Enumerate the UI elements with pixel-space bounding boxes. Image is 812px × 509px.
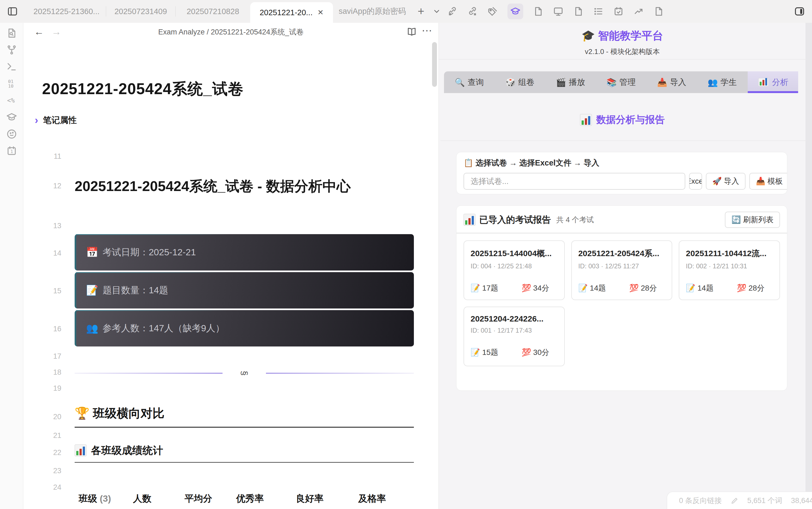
section-divider — [440, 140, 806, 141]
report-score: 💯 28分 — [737, 283, 765, 293]
teaching-platform-icon[interactable] — [508, 3, 523, 19]
report-card-3[interactable]: 20251211-104412流... ID: 002 · 12/21 10:3… — [679, 240, 780, 300]
tab-analysis-active[interactable]: 分析 — [748, 71, 798, 93]
backlinks-count[interactable]: 0 条反向链接 — [679, 496, 722, 506]
tags-icon[interactable] — [487, 6, 498, 16]
svg-text:1: 1 — [10, 149, 13, 154]
memo-emoji-icon: 📝 — [86, 284, 98, 296]
left-sidebar-toggle-icon[interactable] — [7, 6, 18, 17]
document-body: 20251221-205424系统_试卷 › 笔记属性 11 12 13 14 … — [23, 41, 439, 509]
smiley-icon[interactable] — [6, 129, 17, 139]
books-emoji-icon: 📚 — [607, 78, 617, 87]
tab-label: 202507231409 — [114, 7, 167, 16]
report-questions: 📝 14题 — [686, 283, 713, 293]
heading-label: 各班级成绩统计 — [91, 444, 163, 457]
note-properties-toggle[interactable]: › 笔记属性 — [35, 114, 77, 126]
right-sidebar-toggle-icon[interactable] — [794, 6, 805, 17]
editor-header: ← → Exam Analyze / 20251221-205424系统_试卷 … — [23, 23, 439, 41]
new-tab-button[interactable]: + — [412, 0, 431, 23]
daily-note-calendar-icon[interactable]: 1 — [6, 145, 17, 156]
report-title: 20251215-144004概... — [471, 248, 558, 259]
report-stats: 📝 15题 💯 30分 — [471, 347, 558, 358]
reading-view-book-icon[interactable] — [407, 27, 417, 37]
exam-select-input[interactable] — [464, 173, 685, 190]
question-count-text: 题目数量：14题 — [103, 284, 168, 297]
link-outgoing-icon[interactable] — [467, 6, 478, 16]
tab-import[interactable]: 📥导入 — [646, 71, 697, 93]
panel-scrollbar[interactable] — [806, 23, 812, 509]
file-icon[interactable] — [653, 6, 664, 16]
select-excel-button[interactable]: 选择Excel文件 — [689, 173, 702, 190]
tab-compose[interactable]: 🎲组卷 — [495, 71, 545, 93]
header-divider — [439, 59, 806, 60]
section-h1-heading[interactable]: 20251221-205424系统_试卷 - 数据分析中心 — [75, 175, 414, 197]
file-icon[interactable] — [533, 6, 543, 16]
report-card-2[interactable]: 20251221-205424系... ID: 003 · 12/25 11:2… — [571, 240, 673, 300]
terminal-icon[interactable] — [6, 61, 17, 72]
tab-label: saviApp的原始密码 — [339, 6, 406, 17]
line-number: 19 — [23, 384, 61, 393]
edit-pencil-icon[interactable] — [731, 497, 739, 505]
file-icon[interactable] — [573, 6, 583, 16]
status-bar: 0 条反向链接 5,651 个词 38,644 个字符 — [667, 491, 812, 509]
tab-students[interactable]: 👥学生 — [697, 71, 747, 93]
report-questions: 📝 14题 — [578, 283, 606, 293]
horizontal-rule: § — [75, 368, 414, 378]
score-table-header: 班级 (3) 人数 平均分 优秀率(≥90%) 良好率(≥80%) 及格率(≥6… — [75, 491, 414, 509]
binary-icon[interactable]: 0110 — [6, 78, 17, 89]
tab-3[interactable]: 202507210828 — [176, 0, 250, 23]
bar-chart-icon — [75, 444, 87, 456]
template-icon[interactable]: <% — [6, 95, 17, 106]
tab-5[interactable]: saviApp的原始密码 — [333, 0, 412, 23]
panel-header: 🎓 智能教学平台 v2.1.0 - 模块化架构版本 — [439, 28, 806, 57]
import-exam-card: 📋 选择试卷 → 选择Excel文件 → 导入 选择Excel文件 🚀 导入 📥… — [456, 152, 787, 194]
teaching-platform-panel: 🎓 智能教学平台 v2.1.0 - 模块化架构版本 🔍查询 🎲组卷 🎬播放 📚管… — [439, 23, 812, 509]
more-options-icon[interactable]: ⋯ — [422, 25, 432, 36]
word-count[interactable]: 5,651 个词 — [747, 496, 782, 506]
line-number: 17 — [23, 352, 61, 361]
tab-4-active[interactable]: 20251221-20... ✕ — [250, 2, 333, 23]
report-stats: 📝 14题 💯 28分 — [686, 283, 773, 293]
tab-1[interactable]: 20251225-21360... — [27, 0, 106, 23]
section-glyph: § — [239, 204, 249, 509]
presentation-icon[interactable] — [553, 6, 564, 16]
trend-up-icon[interactable] — [634, 6, 644, 16]
left-icon-rail: 0110 <% 1 — [0, 23, 23, 509]
app-title: 🎓 智能教学平台 — [439, 28, 806, 43]
outline-list-icon[interactable] — [593, 6, 604, 16]
report-title: 20251204-224226... — [471, 314, 558, 324]
table-col-excellent: 优秀率(≥90%) — [236, 491, 296, 509]
tab-play[interactable]: 🎬播放 — [545, 71, 596, 93]
active-tab-underline — [748, 91, 798, 93]
tab-list-chevron-icon[interactable] — [431, 0, 443, 23]
refresh-list-button[interactable]: 🔄 刷新列表 — [725, 212, 780, 228]
table-col-good: 良好率(≥80%) — [296, 491, 358, 509]
tab-manage[interactable]: 📚管理 — [596, 71, 646, 93]
class-score-stats-heading[interactable]: 各班级成绩统计 — [75, 444, 414, 463]
graduation-cap-icon[interactable] — [6, 112, 17, 123]
import-button[interactable]: 🚀 导入 — [706, 173, 746, 190]
report-card-1[interactable]: 20251215-144004概... ID: 004 · 12/25 21:4… — [464, 240, 565, 300]
import-controls: 选择Excel文件 🚀 导入 📥 模板 — [464, 173, 780, 190]
tab-2[interactable]: 202507231409 — [106, 0, 175, 23]
file-search-icon[interactable] — [6, 28, 17, 38]
tab-close-icon[interactable]: ✕ — [317, 8, 324, 17]
graph-fork-icon[interactable] — [6, 44, 17, 55]
reports-title: 已导入的考试报告 — [479, 214, 551, 226]
report-title: 20251211-104412流... — [686, 248, 773, 259]
class-comparison-heading[interactable]: 🏆 班级横向对比 — [75, 406, 414, 428]
breadcrumb[interactable]: Exam Analyze / 20251221-205424系统_试卷 — [23, 27, 439, 37]
inline-title[interactable]: 20251221-205424系统_试卷 — [42, 79, 244, 100]
char-count[interactable]: 38,644 个字符 — [791, 496, 812, 506]
search-emoji-icon: 🔍 — [454, 78, 465, 87]
calendar-emoji-icon: 📅 — [86, 247, 98, 258]
template-button[interactable]: 📥 模板 — [749, 173, 787, 190]
tasks-calendar-icon[interactable] — [613, 6, 624, 16]
tab-query[interactable]: 🔍查询 — [444, 71, 495, 93]
line-number: 16 — [23, 325, 61, 333]
report-card-4[interactable]: 20251204-224226... ID: 001 · 12/17 17:43… — [464, 307, 565, 366]
line-number: 22 — [23, 448, 61, 457]
report-score: 💯 28分 — [629, 283, 657, 293]
link-incoming-icon[interactable] — [447, 6, 458, 16]
report-questions: 📝 17题 — [471, 283, 498, 293]
